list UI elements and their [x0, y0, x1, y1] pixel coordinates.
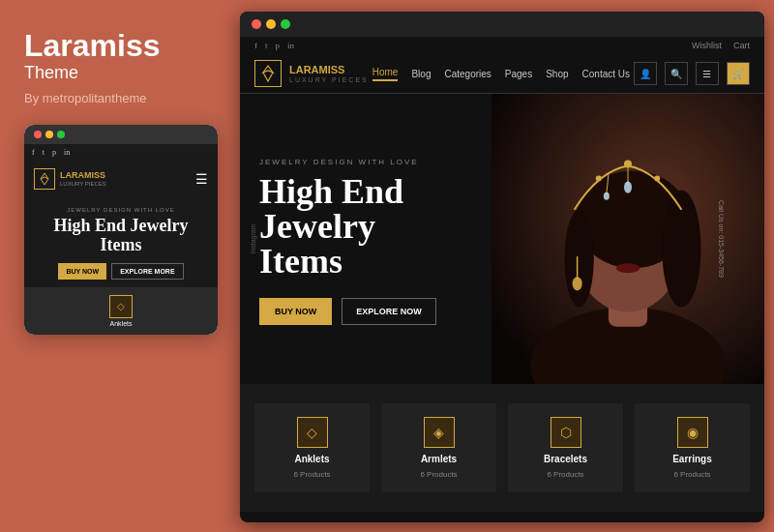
armlets-icon: ◈ — [424, 417, 455, 448]
mobile-hero: JEWELRY DESIGN WITH LOVE High End Jewelr… — [24, 197, 218, 287]
mobile-hamburger-icon[interactable]: ☰ — [195, 171, 208, 188]
menu-icon[interactable]: ☰ — [696, 62, 719, 85]
desktop-top-nav: f t p in Wishlist Cart — [240, 37, 764, 54]
mobile-nav: LARAMISS LUXURY PIECES ☰ — [24, 161, 218, 197]
mobile-facebook-icon: f — [32, 148, 35, 157]
mobile-mockup: f t p in LARAMISS LUXURY PIECES ☰ — [24, 125, 218, 335]
brand-subtitle: Theme — [24, 63, 208, 83]
brand-title: Laramiss — [24, 29, 208, 63]
mobile-btn-row: BUY NOW EXPLORE MORE — [34, 263, 208, 280]
mobile-buy-button[interactable]: BUY NOW — [58, 263, 106, 280]
desktop-explore-button[interactable]: EXPLORE NOW — [342, 298, 436, 325]
category-bracelets[interactable]: ⬡ Bracelets 6 Products — [508, 403, 623, 492]
desktop-logo-sub: LUXURY PIECES — [289, 76, 369, 83]
desktop-buy-button[interactable]: BUY NOW — [259, 298, 332, 325]
wishlist-link[interactable]: Wishlist — [692, 41, 722, 50]
desktop-window-bar — [240, 12, 764, 37]
bracelets-count: 6 Products — [547, 470, 583, 479]
nav-categories[interactable]: Categories — [444, 69, 491, 79]
svg-point-9 — [616, 263, 640, 273]
earrings-icon: ◉ — [677, 417, 708, 448]
mobile-explore-button[interactable]: EXPLORE MORE — [111, 263, 183, 280]
mobile-social-bar: f t p in — [24, 144, 218, 161]
mobile-category-item: ◇ Anklets — [109, 295, 133, 327]
desktop-dot-yellow — [266, 19, 276, 29]
desktop-hero-title: High EndJewelryItems — [259, 174, 472, 279]
cart-icon[interactable]: 🛒 — [727, 62, 750, 85]
anklets-name: Anklets — [294, 454, 329, 464]
mobile-pinterest-icon: p — [52, 148, 56, 157]
desktop-hero-left: Instagram JEWELRY DESIGN WITH LOVE High … — [240, 94, 491, 384]
nav-contact[interactable]: Contact Us — [582, 69, 630, 79]
instagram-vertical-text: Instagram — [250, 223, 256, 253]
call-us-vertical-text: Call Us on: 015-3456-789 — [719, 200, 726, 278]
desktop-pinterest-icon[interactable]: p — [276, 41, 281, 50]
mobile-dot-yellow — [45, 131, 53, 138]
mobile-category-strip: ◇ Anklets — [24, 287, 218, 335]
desktop-logo-area: LARAMISS LUXURY PIECES — [254, 60, 369, 87]
svg-point-5 — [662, 191, 700, 308]
desktop-social-icons: f t p in — [254, 41, 294, 50]
desktop-dot-red — [252, 19, 261, 29]
by-line: By metropolitantheme — [24, 91, 208, 105]
mobile-logo-sub: LUXURY PIECES — [60, 181, 106, 187]
earrings-name: Earrings — [672, 454, 712, 464]
mobile-cat-label: Anklets — [110, 320, 133, 327]
hero-image: Call Us on: 015-3456-789 — [491, 94, 764, 384]
svg-point-11 — [596, 176, 602, 182]
nav-blog[interactable]: Blog — [411, 69, 431, 79]
svg-point-16 — [604, 192, 610, 200]
bracelets-icon: ⬡ — [551, 417, 581, 448]
desktop-hero-buttons: BUY NOW EXPLORE NOW — [259, 298, 472, 325]
desktop-twitter-icon[interactable]: t — [265, 41, 268, 50]
earrings-count: 6 Products — [673, 470, 710, 479]
mobile-hero-title: High End Jewelry Items — [34, 217, 208, 255]
desktop-logo-name: LARAMISS — [289, 64, 369, 75]
desktop-facebook-icon[interactable]: f — [254, 41, 257, 50]
mobile-top-bar — [24, 125, 218, 144]
mobile-logo-icon — [34, 168, 55, 190]
desktop-top-links: Wishlist Cart — [692, 41, 750, 50]
mobile-twitter-icon: t — [43, 148, 45, 157]
cart-link[interactable]: Cart — [733, 41, 750, 50]
mobile-logo-name: LARAMISS — [60, 171, 106, 181]
mobile-logo-area: LARAMISS LUXURY PIECES — [34, 168, 106, 190]
svg-point-7 — [601, 239, 616, 249]
desktop-logo-text-area: LARAMISS LUXURY PIECES — [289, 64, 369, 82]
mobile-logo-text-area: LARAMISS LUXURY PIECES — [60, 171, 106, 187]
desktop-nav-items: Home Blog Categories Pages Shop Contact … — [372, 67, 630, 81]
svg-point-14 — [624, 182, 632, 193]
mobile-cat-icon: ◇ — [109, 295, 133, 318]
svg-point-18 — [573, 277, 582, 290]
category-armlets[interactable]: ◈ Armlets 6 Products — [381, 403, 496, 492]
category-earrings[interactable]: ◉ Earrings 6 Products — [635, 403, 750, 492]
armlets-count: 6 Products — [420, 470, 457, 479]
nav-shop[interactable]: Shop — [546, 69, 568, 79]
desktop-logo-icon — [254, 60, 282, 87]
desktop-mockup: f t p in Wishlist Cart LARAMISS LUXURY P… — [240, 12, 764, 522]
desktop-categories: ◇ Anklets 6 Products ◈ Armlets 6 Product… — [240, 384, 764, 512]
mobile-dot-red — [34, 131, 42, 138]
bracelets-name: Bracelets — [544, 454, 587, 464]
anklets-count: 6 Products — [293, 470, 330, 479]
mobile-dot-green — [57, 131, 65, 138]
desktop-linkedin-icon[interactable]: in — [287, 41, 294, 50]
anklets-icon: ◇ — [297, 417, 328, 448]
desktop-dot-green — [281, 19, 290, 29]
desktop-main-nav: LARAMISS LUXURY PIECES Home Blog Categor… — [240, 54, 764, 94]
svg-point-12 — [654, 176, 660, 182]
svg-point-6 — [565, 210, 594, 308]
mobile-linkedin-icon: in — [64, 148, 70, 157]
nav-pages[interactable]: Pages — [505, 69, 532, 79]
search-icon[interactable]: 🔍 — [665, 62, 688, 85]
category-anklets[interactable]: ◇ Anklets 6 Products — [254, 403, 370, 492]
left-panel: Laramiss Theme By metropolitantheme f t … — [0, 0, 232, 532]
armlets-name: Armlets — [421, 454, 457, 464]
nav-home[interactable]: Home — [372, 67, 399, 81]
desktop-hero-right: Call Us on: 015-3456-789 — [491, 94, 764, 384]
desktop-nav-actions: 👤 🔍 ☰ 🛒 — [634, 62, 750, 85]
user-icon[interactable]: 👤 — [634, 62, 657, 85]
desktop-hero-label: JEWELRY DESIGN WITH LOVE — [259, 158, 472, 166]
mobile-hero-label: JEWELRY DESIGN WITH LOVE — [34, 207, 208, 213]
desktop-hero: Instagram JEWELRY DESIGN WITH LOVE High … — [240, 94, 764, 384]
